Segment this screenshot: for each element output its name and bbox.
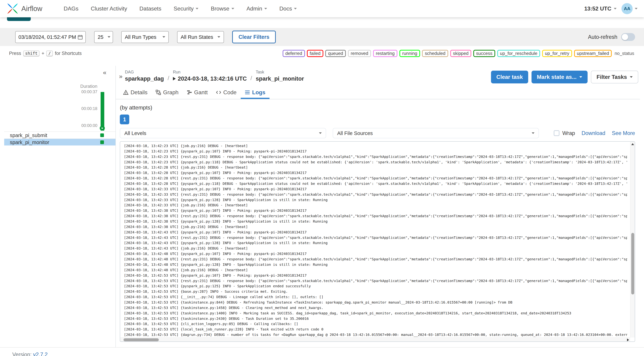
breadcrumb-run-value[interactable]: 2024-03-18, 13:42:16 UTC	[173, 75, 247, 82]
log-line: [2024-03-18, 13:42:28 UTC] {pyspark_pi.p…	[124, 181, 627, 187]
nav-label: Admin	[246, 6, 262, 12]
chevron-down-icon	[532, 132, 534, 134]
log-line: [2024-03-18, 13:42:43 UTC] {pyspark_pi.p…	[124, 240, 627, 246]
dag-run-duration-bar[interactable]	[100, 92, 104, 131]
code-icon	[216, 90, 221, 95]
clear-task-label: Clear task	[496, 74, 523, 80]
tab-graph[interactable]: Graph	[152, 87, 183, 99]
caret-down-icon	[614, 8, 616, 10]
nav-label: Docs	[279, 6, 292, 12]
log-line: [2024-03-18, 13:42:53 UTC] {base.py:287}…	[124, 289, 627, 294]
user-menu[interactable]: AA	[622, 3, 637, 14]
see-more-link[interactable]: See More	[612, 130, 635, 136]
nav-item-docs[interactable]: Docs	[279, 6, 297, 12]
log-line: [2024-03-18, 13:42:23 UTC] {rest.py:231}…	[124, 154, 627, 159]
clear-filters-button[interactable]: Clear Filters	[232, 31, 276, 43]
mark-state-as-button[interactable]: Mark state as...	[532, 71, 588, 83]
mark-state-label: Mark state as...	[537, 74, 576, 80]
tab-logs[interactable]: Logs	[241, 87, 270, 99]
clock-value: 13:52 UTC	[584, 6, 611, 12]
nav-item-browse[interactable]: Browse	[211, 6, 234, 12]
task-instance-square-success[interactable]	[100, 133, 104, 137]
axis-tick: 00:00:37	[82, 90, 97, 94]
manual-run-indicator[interactable]	[100, 126, 105, 131]
horizontal-scrollbar[interactable]	[120, 337, 630, 342]
expand-panel-button[interactable]: »	[119, 73, 122, 80]
base-date-input[interactable]: 03/18/2024, 01:52:47 PM	[15, 31, 86, 43]
airflow-grid-page: Airflow DAGs Cluster Activity Datasets S…	[0, 0, 644, 356]
graph-icon	[156, 90, 161, 95]
filter-tasks-label: Filter Tasks	[596, 74, 627, 80]
legend-bar: Press shift + / for Shortcuts deferred f…	[0, 46, 644, 59]
log-toolbar: All Levels All File Sources Wrap Downloa…	[120, 128, 635, 138]
legend-badge[interactable]: upstream_failed	[574, 50, 612, 57]
page-footer: Version: v2.7.2	[0, 347, 644, 356]
clock-dropdown[interactable]: 13:52 UTC	[584, 6, 616, 12]
wrap-control: Wrap	[554, 130, 575, 136]
collapse-sidebar-button[interactable]: «	[103, 69, 106, 76]
log-line: [2024-03-18, 13:42:33 UTC] {job.py:216} …	[124, 203, 627, 208]
legend-badge[interactable]: no_status	[614, 51, 635, 57]
log-line: [2024-03-18, 13:42:23 UTC] {pyspark_pi.p…	[124, 159, 627, 165]
legend-badge[interactable]: queued	[325, 50, 346, 57]
legend-badge[interactable]: up_for_retry	[542, 50, 572, 57]
log-line: [2024-03-18, 13:42:28 UTC] {pyspark_pi.p…	[124, 170, 627, 175]
legend-badge[interactable]: failed	[307, 50, 323, 57]
task-instance-square-success[interactable]	[100, 140, 104, 144]
nav-item-cluster-activity[interactable]: Cluster Activity	[91, 6, 127, 12]
legend-badge[interactable]: running	[400, 50, 420, 57]
breadcrumb-task-value[interactable]: spark_pi_monitor	[256, 75, 304, 82]
nav-item-security[interactable]: Security	[174, 6, 198, 12]
legend-badge[interactable]: skipped	[450, 50, 472, 57]
grid-main: « Duration 00:00:37 00:00:18 00:00:00 sp…	[0, 66, 644, 347]
task-row-spark-pi-monitor[interactable]: spark_pi_monitor	[4, 138, 116, 145]
legend-badge[interactable]: up_for_reschedule	[497, 50, 540, 57]
log-levels-select[interactable]: All Levels	[120, 128, 326, 138]
clear-task-button[interactable]: Clear task	[491, 71, 528, 83]
breadcrumb: DAG sparkapp_dag / Run 2024-03-18, 13:42…	[125, 70, 304, 82]
nav-item-admin[interactable]: Admin	[246, 6, 267, 12]
legend-badge[interactable]: scheduled	[422, 50, 448, 57]
grid-sidebar: « Duration 00:00:37 00:00:18 00:00:00 sp…	[4, 66, 116, 347]
logs-icon	[245, 90, 250, 95]
filter-tasks-button[interactable]: Filter Tasks	[591, 71, 638, 83]
run-states-select[interactable]: All Run States	[177, 31, 224, 43]
log-line: [2024-03-18, 13:42:38 UTC] {pyspark_pi.p…	[124, 219, 627, 224]
breadcrumb-dag: DAG sparkapp_dag	[125, 70, 164, 82]
brand-name: Airflow	[21, 5, 42, 13]
scroll-up-arrow-icon	[631, 143, 634, 145]
legend-badge[interactable]: success	[473, 50, 495, 57]
tab-gantt[interactable]: Gantt	[183, 87, 212, 99]
avatar: AA	[622, 3, 632, 14]
airflow-brand[interactable]: Airflow	[7, 3, 42, 15]
horizontal-scrollbar-thumb[interactable]	[124, 338, 159, 341]
tab-code[interactable]: Code	[212, 87, 240, 99]
vertical-scrollbar-thumb[interactable]	[631, 233, 634, 295]
page-size-select[interactable]: 25	[94, 31, 113, 43]
legend-badge[interactable]: removed	[348, 50, 371, 57]
download-log-link[interactable]: Download	[582, 130, 606, 136]
file-sources-select[interactable]: All File Sources	[333, 128, 539, 138]
legend-badge[interactable]: deferred	[282, 50, 305, 57]
caret-down-icon	[579, 76, 582, 78]
log-line: [2024-03-18, 13:42:43 UTC] {pyspark_pi.p…	[124, 230, 627, 235]
nav-item-dags[interactable]: DAGs	[64, 6, 78, 12]
attempt-1-button[interactable]: 1	[120, 114, 129, 124]
gantt-icon	[187, 90, 192, 95]
run-states-value: All Run States	[180, 34, 213, 40]
breadcrumb-dag-value[interactable]: sparkapp_dag	[125, 75, 164, 82]
wrap-label: Wrap	[562, 130, 575, 136]
log-line: [2024-03-18, 13:42:38 UTC] {job.py:216} …	[124, 224, 627, 230]
details-header: » DAG sparkapp_dag / Run 2024-03-18, 13:…	[116, 66, 640, 86]
wrap-checkbox[interactable]	[554, 130, 560, 136]
nav-item-datasets[interactable]: Datasets	[140, 6, 161, 12]
plus-sign: +	[42, 51, 44, 56]
vertical-scrollbar[interactable]	[630, 142, 635, 337]
details-icon	[123, 90, 128, 95]
tab-details[interactable]: Details	[119, 87, 152, 99]
version-link[interactable]: v2.7.2	[33, 351, 48, 356]
run-types-select[interactable]: All Run Types	[121, 31, 169, 43]
auto-refresh-toggle[interactable]	[621, 33, 635, 41]
task-row-spark-pi-submit[interactable]: spark_pi_submit	[4, 131, 116, 138]
legend-badge[interactable]: restarting	[373, 50, 397, 57]
